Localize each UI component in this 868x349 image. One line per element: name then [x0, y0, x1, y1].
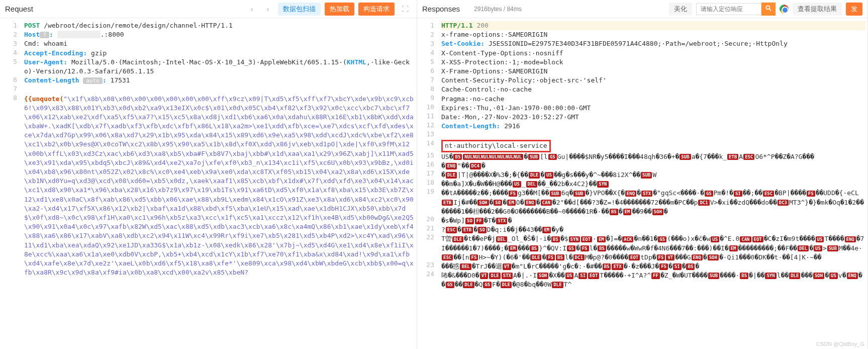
code-line: T曽DLE�t��eP�jBEL_Ol_�Š�|·i�BS�$SYNEOT·EM… [441, 234, 865, 262]
code-line: x-frame-options:·SAMEORIGIN [441, 30, 865, 39]
code-line: ��m�a]X�u�W��H@���US_DEL��_��2b�x4C2}��S… [441, 180, 865, 189]
request-header: Request ‹ › 数据包扫描 热加载 构造请求 ⛶ [0, 0, 417, 18]
watermark: CSDN @QidBoy_G [816, 341, 864, 347]
scan-packet-button[interactable]: 数据包扫描 [278, 3, 321, 16]
code-line: User-Agent: Mozilla/5.0·(Macintosh;·Inte… [24, 58, 415, 76]
code-line: Pragma:·no-cache [441, 95, 865, 104]
response-header: Responses 2916bytes / 84ms 美化 查看提取结果 发 [417, 0, 867, 18]
code-line: X-Frame-Options:·SAMEORIGIN [441, 67, 865, 76]
expand-icon[interactable]: ⛶ [399, 5, 412, 13]
code-line: Content-Length auto: 17531 [24, 76, 415, 85]
response-stats: 2916bytes / 84ms [474, 6, 522, 13]
build-request-button[interactable]: 构造请求 [358, 3, 395, 16]
code-line: Content-Length: 2916 [441, 122, 865, 131]
svg-line-1 [769, 9, 771, 11]
send-button[interactable]: 发 [846, 3, 862, 16]
code-line: Content-Security-Policy:·object-src·'sel… [441, 76, 865, 85]
code-line: X-Content-Type-Options:·nosniff [441, 49, 865, 58]
request-title: Request [5, 5, 33, 13]
code-line [24, 85, 415, 94]
code-line: �DLE|T|@����X�%3�;�{��DLE�US��g�s���y�^~… [441, 170, 865, 180]
prev-icon[interactable]: ‹ [246, 3, 258, 15]
code-line: 咘�&���D0�VTDLESTXA�|.·ISOH�X��USASIEOTT�… [441, 271, 865, 289]
code-line: �ENQ"��DC4� [441, 161, 865, 170]
response-title: Responses [422, 5, 460, 13]
code-line: nt·authority\local·service [441, 140, 865, 152]
extract-result-button[interactable]: 查看提取结果 [793, 3, 842, 16]
svg-point-0 [766, 6, 769, 9]
chrome-icon[interactable] [780, 5, 789, 14]
code-line: Accept-Encoding: gzip [24, 49, 415, 58]
code-line: HTTP/1.1 200 [441, 21, 865, 30]
code-line [441, 131, 865, 140]
search-button[interactable] [761, 3, 776, 16]
code-line: Date:·Mon,·27·Nov·2023·10:52:27·GMT [441, 113, 865, 122]
code-line: {{unquote("\x1f\x8b\x08\x00\x00\x00\x00\… [24, 95, 415, 278]
code-line: Cmd: whoami [24, 39, 415, 48]
search-input[interactable] [696, 3, 761, 15]
next-icon[interactable]: › [262, 3, 274, 15]
code-line: ���惑BEL�TrJ��迴VT�m"L�rC�����'g�c�:·�#��B… [441, 262, 865, 271]
request-editor[interactable]: 12345678 POST /webroot/decision/remote/d… [0, 18, 417, 349]
beautify-button[interactable]: 美化 [669, 3, 692, 16]
code-line: POST /webroot/decision/remote/design/cha… [24, 21, 415, 30]
code-line: X-XSS-Protection:·1;·mode=block [441, 58, 865, 67]
code-line: US�BSNULNULNULNULNULNULNUL�SUB[lGSGu|���… [441, 152, 865, 161]
hot-load-button[interactable]: 热加载 [325, 3, 354, 16]
code-line: Cache-Control:·no-cache [441, 85, 865, 94]
code-line: ��tA�����z��;����FSg3��M[��SUB6q�SUB�}VP… [441, 189, 865, 216]
code-line: Set-Cookie: JSESSIONID=E29757E340D34F31B… [441, 39, 865, 48]
response-editor[interactable]: 123456789101112131415161718192021222324 … [417, 18, 867, 349]
code-line: Expires:·Thu,·01·Jan·1970·00:00:00·GMT [441, 104, 865, 113]
code-line: ?ESC�ETB�SOD�q:i��j��43��EM�y� [441, 225, 865, 234]
code-line: Host?: xxxxxxxxxxx.:8000 [24, 30, 415, 39]
code-line: �s�Wp]SOFF�T�STX� [441, 216, 865, 225]
